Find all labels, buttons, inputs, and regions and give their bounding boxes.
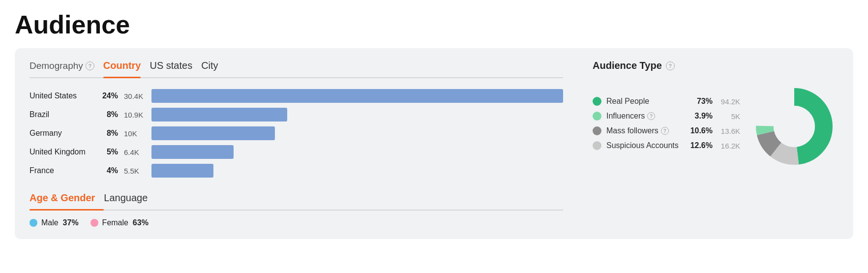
country-name: United Kingdom: [30, 148, 93, 156]
bar-track: [151, 164, 563, 178]
mass-followers-name: Mass followers ?: [606, 126, 682, 135]
svg-point-4: [774, 106, 815, 147]
audience-rows: Real People 73% 94.2K Influencers ? 3.9%…: [593, 97, 740, 156]
country-name: Germany: [30, 129, 93, 138]
bar-fill: [151, 89, 563, 103]
influencers-dot: [593, 112, 601, 121]
bar-fill: [151, 108, 287, 121]
left-section: Demography ? Country US states City Unit…: [30, 60, 563, 227]
tab-us-states[interactable]: US states: [150, 60, 201, 77]
country-val: 5.5K: [124, 167, 146, 175]
country-val: 10.9K: [124, 111, 146, 119]
suspicious-pct: 12.6%: [687, 141, 713, 150]
country-list: United States 24% 30.4K Brazil 8% 10.9K: [30, 89, 563, 178]
demography-tabs-row: Demography ? Country US states City: [30, 60, 563, 78]
page-container: Audience Demography ? Country US states …: [0, 0, 868, 244]
country-name: United States: [30, 91, 93, 100]
donut-chart: [750, 82, 838, 171]
legend-female: Female 63%: [90, 218, 149, 227]
real-people-count: 94.2K: [718, 97, 740, 106]
female-label: Female 63%: [102, 218, 149, 227]
demography-info-icon[interactable]: ?: [86, 61, 94, 70]
audience-row-mass-followers: Mass followers ? 10.6% 13.6K: [593, 126, 740, 135]
table-row: United States 24% 30.4K: [30, 89, 563, 103]
bottom-tabs-row: Age & Gender Language: [30, 192, 563, 211]
table-row: United Kingdom 5% 6.4K: [30, 145, 563, 159]
audience-content: Real People 73% 94.2K Influencers ? 3.9%…: [593, 82, 838, 171]
country-name: Brazil: [30, 110, 93, 119]
real-people-pct: 73%: [687, 97, 713, 106]
mass-followers-info-icon[interactable]: ?: [661, 127, 669, 135]
tab-language[interactable]: Language: [104, 192, 156, 210]
tab-city[interactable]: City: [201, 60, 227, 77]
audience-type-header: Audience Type ?: [593, 60, 838, 71]
audience-type-info-icon[interactable]: ?: [666, 61, 675, 70]
real-people-dot: [593, 97, 601, 106]
tab-demography[interactable]: Demography ?: [30, 61, 103, 77]
tab-country[interactable]: Country: [103, 60, 150, 77]
influencers-count: 5K: [718, 112, 740, 121]
influencers-info-icon[interactable]: ?: [647, 112, 655, 120]
legend-male: Male 37%: [30, 218, 79, 227]
audience-row-influencers: Influencers ? 3.9% 5K: [593, 112, 740, 121]
mass-followers-pct: 10.6%: [687, 126, 713, 135]
country-pct: 4%: [99, 166, 118, 175]
mass-followers-dot: [593, 126, 601, 135]
country-name: France: [30, 166, 93, 175]
influencers-pct: 3.9%: [687, 112, 713, 121]
bar-fill: [151, 164, 213, 178]
bar-track: [151, 108, 563, 121]
country-val: 6.4K: [124, 148, 146, 156]
country-pct: 5%: [99, 148, 118, 156]
bar-fill: [151, 145, 234, 159]
audience-row-real-people: Real People 73% 94.2K: [593, 97, 740, 106]
main-panel: Demography ? Country US states City Unit…: [15, 48, 853, 239]
male-dot: [30, 219, 37, 227]
tab-age-gender[interactable]: Age & Gender: [30, 192, 104, 210]
mass-followers-count: 13.6K: [718, 127, 740, 135]
audience-row-suspicious: Suspicious Accounts 12.6% 16.2K: [593, 141, 740, 150]
suspicious-dot: [593, 141, 601, 150]
suspicious-name: Suspicious Accounts: [606, 141, 682, 150]
bar-track: [151, 89, 563, 103]
bar-track: [151, 145, 563, 159]
right-section: Audience Type ? Real People 73% 94.2K In…: [593, 60, 838, 227]
suspicious-count: 16.2K: [718, 142, 740, 150]
table-row: Germany 8% 10K: [30, 126, 563, 140]
real-people-name: Real People: [606, 97, 682, 106]
country-val: 10K: [124, 129, 146, 138]
table-row: Brazil 8% 10.9K: [30, 108, 563, 121]
male-label: Male 37%: [41, 218, 79, 227]
country-pct: 24%: [99, 91, 118, 100]
bar-fill: [151, 126, 275, 140]
country-pct: 8%: [99, 129, 118, 138]
table-row: France 4% 5.5K: [30, 164, 563, 178]
country-pct: 8%: [99, 110, 118, 119]
female-dot: [90, 219, 98, 227]
country-val: 30.4K: [124, 92, 146, 100]
page-title: Audience: [15, 10, 853, 39]
bar-track: [151, 126, 563, 140]
influencers-name: Influencers ?: [606, 112, 682, 121]
gender-legend: Male 37% Female 63%: [30, 218, 563, 227]
